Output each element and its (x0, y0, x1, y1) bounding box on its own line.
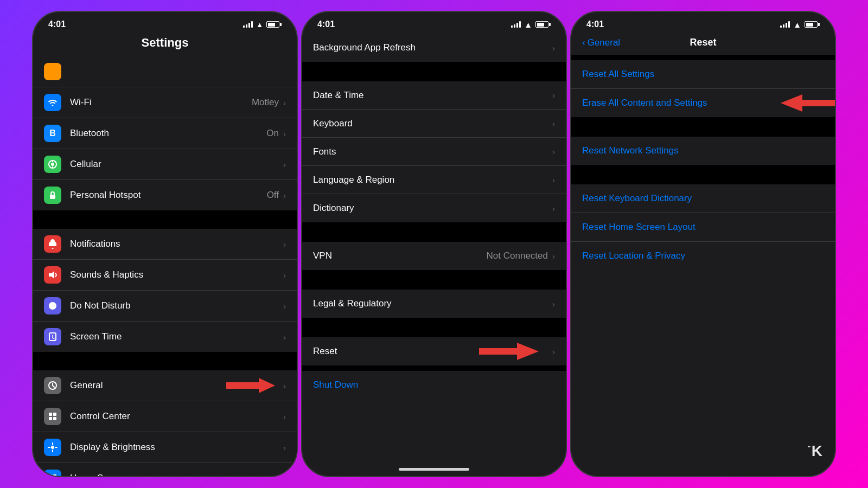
reset-back-button[interactable]: ‹ General (582, 37, 620, 48)
separator-1 (302, 62, 566, 81)
reset-group-1: Reset All Settings Erase All Content and… (571, 60, 835, 117)
general-item-bgrefresh[interactable]: Background App Refresh › (302, 34, 566, 62)
screentime-label: Screen Time (70, 331, 283, 342)
fonts-chevron: › (552, 147, 555, 156)
wifi-icon-right: ▲ (793, 20, 801, 29)
phone-left: 4:01 ▲ Settings (32, 11, 298, 477)
hotspot-chevron: › (283, 191, 286, 200)
general-item-keyboard[interactable]: Keyboard › (302, 110, 566, 138)
cellular-chevron: › (283, 160, 286, 169)
notifications-label: Notifications (70, 239, 283, 249)
settings-item-dnd[interactable]: Do Not Disturb › (33, 291, 297, 322)
datetime-label: Date & Time (313, 90, 552, 101)
vpn-label: VPN (313, 251, 487, 261)
settings-item-hotspot[interactable]: Personal Hotspot Off › (33, 180, 297, 210)
general-item-datetime[interactable]: Date & Time › (302, 81, 566, 110)
general-item-reset[interactable]: Reset › (302, 337, 566, 365)
status-icons-left: ▲ (243, 21, 282, 29)
bluetooth-value: On (266, 128, 279, 139)
settings-item-screentime[interactable]: Screen Time › (33, 322, 297, 352)
general-item-legal[interactable]: Legal & Regulatory › (302, 290, 566, 318)
hotspot-label: Personal Hotspot (70, 190, 267, 201)
separator-4 (302, 318, 566, 337)
legal-label: Legal & Regulatory (313, 298, 552, 309)
reset-sep-0 (571, 55, 835, 60)
datetime-chevron: › (552, 91, 555, 100)
settings-item-bluetooth[interactable]: B Bluetooth On › (33, 118, 297, 149)
reset-network-label: Reset Network Settings (582, 145, 679, 156)
settings-item-wifi[interactable]: Wi-Fi Motley › (33, 87, 297, 118)
wifi-label: Wi-Fi (70, 97, 252, 108)
notifications-chevron: › (283, 240, 286, 249)
general-item-fonts[interactable]: Fonts › (302, 138, 566, 166)
settings-item-cellular[interactable]: Cellular › (33, 149, 297, 180)
cellular-item-icon (44, 156, 61, 173)
section-gap-1 (33, 210, 297, 229)
dnd-label: Do Not Disturb (70, 300, 283, 311)
reset-all-settings-item[interactable]: Reset All Settings (571, 60, 835, 89)
hotspot-value: Off (267, 190, 279, 201)
reset-location-label: Reset Location & Privacy (582, 251, 685, 261)
sounds-chevron: › (283, 271, 286, 280)
general-item-vpn[interactable]: VPN Not Connected › (302, 242, 566, 270)
settings-item-controlcenter[interactable]: Control Center › (33, 401, 297, 432)
reset-location-item[interactable]: Reset Location & Privacy (571, 242, 835, 270)
svg-rect-4 (50, 195, 55, 199)
settings-item-homescreen[interactable]: Home Screen › (33, 463, 297, 477)
battery-icon-right (805, 21, 820, 28)
general-item-dictionary[interactable]: Dictionary › (302, 194, 566, 222)
keyboard-chevron: › (552, 119, 555, 128)
partial-top-item (33, 56, 297, 87)
reset-keyboard-label: Reset Keyboard Dictionary (582, 193, 692, 204)
notifications-item-icon (44, 235, 61, 253)
erase-all-content-item[interactable]: Erase All Content and Settings (571, 89, 835, 117)
hotspot-item-icon (44, 187, 61, 204)
sounds-label: Sounds & Haptics (70, 269, 283, 280)
svg-rect-10 (49, 417, 52, 420)
signal-icon-mid (511, 21, 521, 28)
status-bar-right: 4:01 ▲ (571, 12, 835, 34)
settings-item-sounds[interactable]: Sounds & Haptics › (33, 260, 297, 291)
reset-nav-header: ‹ General Reset (571, 34, 835, 55)
svg-rect-17 (49, 474, 52, 477)
wifi-icon-mid: ▲ (524, 20, 532, 29)
phone-right: 4:01 ▲ ‹ General Reset (570, 11, 836, 477)
signal-icon (243, 21, 253, 28)
homescreen-item-icon (44, 470, 61, 477)
section-gap-2 (33, 352, 297, 370)
erase-all-content-label: Erase All Content and Settings (582, 98, 707, 108)
reset-sep-2 (571, 165, 835, 184)
reset-homescreen-item[interactable]: Reset Home Screen Layout (571, 213, 835, 242)
svg-rect-18 (53, 474, 56, 477)
signal-icon-right (780, 21, 790, 28)
wifi-value: Motley (252, 97, 279, 108)
red-arrow-general (226, 376, 275, 395)
controlcenter-item-icon (44, 408, 61, 425)
svg-marker-22 (781, 94, 836, 112)
watermark-letter: K (812, 442, 822, 459)
svg-rect-11 (53, 417, 56, 420)
general-item-language[interactable]: Language & Region › (302, 166, 566, 194)
wifi-chevron: › (283, 98, 286, 107)
display-label: Display & Brightness (70, 442, 283, 453)
settings-item-display[interactable]: Display & Brightness › (33, 432, 297, 463)
status-icons-middle: ▲ (511, 20, 551, 29)
screentime-chevron: › (283, 332, 286, 342)
reset-page-title: Reset (690, 37, 716, 48)
reset-all-settings-label: Reset All Settings (582, 69, 654, 80)
dnd-item-icon (44, 297, 61, 314)
red-arrow-reset (479, 341, 539, 362)
settings-item-general[interactable]: General › (33, 370, 297, 401)
shutdown-item[interactable]: Shut Down (302, 371, 566, 399)
controlcenter-label: Control Center (70, 411, 283, 422)
settings-group-notifications: Notifications › Sounds & Haptics › Do No… (33, 229, 297, 352)
settings-item-notifications[interactable]: Notifications › (33, 229, 297, 260)
reset-network-item[interactable]: Reset Network Settings (571, 137, 835, 165)
time-right: 4:01 (586, 20, 604, 29)
reset-keyboard-item[interactable]: Reset Keyboard Dictionary (571, 184, 835, 213)
bluetooth-item-icon: B (44, 125, 61, 142)
reset-group-3: Reset Keyboard Dictionary Reset Home Scr… (571, 184, 835, 270)
reset-homescreen-label: Reset Home Screen Layout (582, 222, 695, 233)
battery-icon-mid (535, 21, 551, 28)
separator-5 (302, 365, 566, 371)
